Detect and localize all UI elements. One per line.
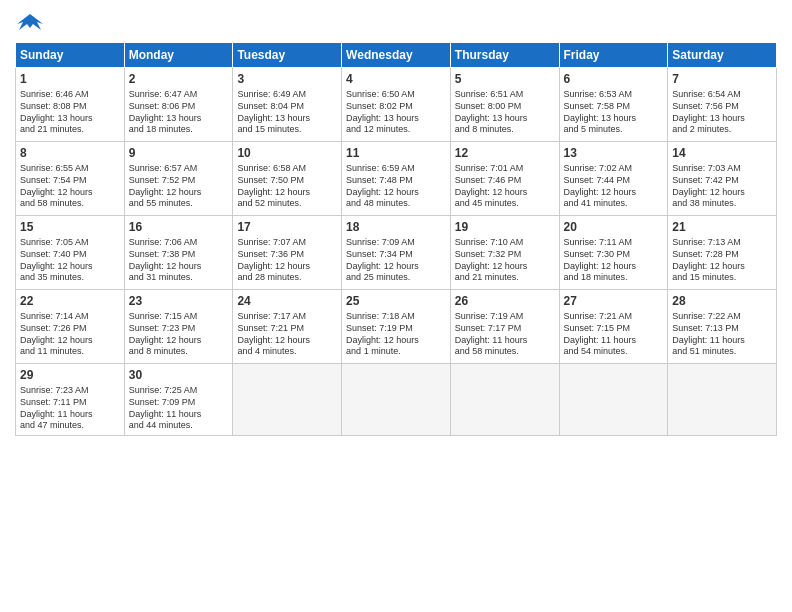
calendar-cell: 9Sunrise: 6:57 AM Sunset: 7:52 PM Daylig… [124,142,233,216]
day-number: 4 [346,71,446,87]
calendar-cell: 20Sunrise: 7:11 AM Sunset: 7:30 PM Dayli… [559,216,668,290]
calendar-cell [559,364,668,436]
calendar-cell [342,364,451,436]
day-info: Sunrise: 7:01 AM Sunset: 7:46 PM Dayligh… [455,163,555,210]
day-number: 9 [129,145,229,161]
day-number: 1 [20,71,120,87]
day-info: Sunrise: 6:53 AM Sunset: 7:58 PM Dayligh… [564,89,664,136]
day-info: Sunrise: 6:54 AM Sunset: 7:56 PM Dayligh… [672,89,772,136]
day-info: Sunrise: 7:11 AM Sunset: 7:30 PM Dayligh… [564,237,664,284]
day-info: Sunrise: 7:17 AM Sunset: 7:21 PM Dayligh… [237,311,337,358]
day-info: Sunrise: 7:13 AM Sunset: 7:28 PM Dayligh… [672,237,772,284]
calendar-cell: 14Sunrise: 7:03 AM Sunset: 7:42 PM Dayli… [668,142,777,216]
day-info: Sunrise: 7:05 AM Sunset: 7:40 PM Dayligh… [20,237,120,284]
col-thursday: Thursday [450,43,559,68]
day-number: 18 [346,219,446,235]
day-number: 26 [455,293,555,309]
day-number: 17 [237,219,337,235]
day-info: Sunrise: 6:59 AM Sunset: 7:48 PM Dayligh… [346,163,446,210]
day-info: Sunrise: 6:50 AM Sunset: 8:02 PM Dayligh… [346,89,446,136]
calendar-cell: 15Sunrise: 7:05 AM Sunset: 7:40 PM Dayli… [16,216,125,290]
day-number: 24 [237,293,337,309]
calendar-cell: 25Sunrise: 7:18 AM Sunset: 7:19 PM Dayli… [342,290,451,364]
day-number: 14 [672,145,772,161]
day-number: 7 [672,71,772,87]
calendar-cell: 18Sunrise: 7:09 AM Sunset: 7:34 PM Dayli… [342,216,451,290]
day-number: 30 [129,367,229,383]
day-info: Sunrise: 7:14 AM Sunset: 7:26 PM Dayligh… [20,311,120,358]
col-tuesday: Tuesday [233,43,342,68]
day-number: 5 [455,71,555,87]
svg-marker-0 [17,14,43,30]
calendar-cell: 5Sunrise: 6:51 AM Sunset: 8:00 PM Daylig… [450,68,559,142]
calendar-cell: 16Sunrise: 7:06 AM Sunset: 7:38 PM Dayli… [124,216,233,290]
day-number: 3 [237,71,337,87]
logo-icon [15,10,45,34]
day-info: Sunrise: 7:02 AM Sunset: 7:44 PM Dayligh… [564,163,664,210]
calendar-cell: 7Sunrise: 6:54 AM Sunset: 7:56 PM Daylig… [668,68,777,142]
calendar-cell: 2Sunrise: 6:47 AM Sunset: 8:06 PM Daylig… [124,68,233,142]
day-number: 29 [20,367,120,383]
day-info: Sunrise: 7:09 AM Sunset: 7:34 PM Dayligh… [346,237,446,284]
logo [15,10,49,34]
header [15,10,777,34]
calendar-cell: 17Sunrise: 7:07 AM Sunset: 7:36 PM Dayli… [233,216,342,290]
day-number: 2 [129,71,229,87]
day-info: Sunrise: 6:57 AM Sunset: 7:52 PM Dayligh… [129,163,229,210]
calendar-cell: 13Sunrise: 7:02 AM Sunset: 7:44 PM Dayli… [559,142,668,216]
page: Sunday Monday Tuesday Wednesday Thursday… [0,0,792,612]
calendar-cell: 8Sunrise: 6:55 AM Sunset: 7:54 PM Daylig… [16,142,125,216]
calendar-cell: 4Sunrise: 6:50 AM Sunset: 8:02 PM Daylig… [342,68,451,142]
calendar-cell: 22Sunrise: 7:14 AM Sunset: 7:26 PM Dayli… [16,290,125,364]
day-number: 13 [564,145,664,161]
day-info: Sunrise: 6:55 AM Sunset: 7:54 PM Dayligh… [20,163,120,210]
calendar-cell: 27Sunrise: 7:21 AM Sunset: 7:15 PM Dayli… [559,290,668,364]
col-monday: Monday [124,43,233,68]
day-number: 16 [129,219,229,235]
calendar-header-row: Sunday Monday Tuesday Wednesday Thursday… [16,43,777,68]
calendar-cell [450,364,559,436]
calendar-cell [668,364,777,436]
calendar-cell: 11Sunrise: 6:59 AM Sunset: 7:48 PM Dayli… [342,142,451,216]
calendar-cell: 12Sunrise: 7:01 AM Sunset: 7:46 PM Dayli… [450,142,559,216]
calendar-cell: 19Sunrise: 7:10 AM Sunset: 7:32 PM Dayli… [450,216,559,290]
calendar-cell: 24Sunrise: 7:17 AM Sunset: 7:21 PM Dayli… [233,290,342,364]
day-info: Sunrise: 6:58 AM Sunset: 7:50 PM Dayligh… [237,163,337,210]
day-number: 11 [346,145,446,161]
day-info: Sunrise: 7:06 AM Sunset: 7:38 PM Dayligh… [129,237,229,284]
calendar-table: Sunday Monday Tuesday Wednesday Thursday… [15,42,777,436]
calendar-cell [233,364,342,436]
calendar-cell: 23Sunrise: 7:15 AM Sunset: 7:23 PM Dayli… [124,290,233,364]
day-info: Sunrise: 7:18 AM Sunset: 7:19 PM Dayligh… [346,311,446,358]
day-info: Sunrise: 7:21 AM Sunset: 7:15 PM Dayligh… [564,311,664,358]
calendar-cell: 28Sunrise: 7:22 AM Sunset: 7:13 PM Dayli… [668,290,777,364]
day-number: 28 [672,293,772,309]
calendar-cell: 30Sunrise: 7:25 AM Sunset: 7:09 PM Dayli… [124,364,233,436]
calendar-cell: 10Sunrise: 6:58 AM Sunset: 7:50 PM Dayli… [233,142,342,216]
day-info: Sunrise: 7:15 AM Sunset: 7:23 PM Dayligh… [129,311,229,358]
day-info: Sunrise: 6:49 AM Sunset: 8:04 PM Dayligh… [237,89,337,136]
day-info: Sunrise: 6:47 AM Sunset: 8:06 PM Dayligh… [129,89,229,136]
day-info: Sunrise: 7:10 AM Sunset: 7:32 PM Dayligh… [455,237,555,284]
day-number: 15 [20,219,120,235]
col-saturday: Saturday [668,43,777,68]
day-info: Sunrise: 7:03 AM Sunset: 7:42 PM Dayligh… [672,163,772,210]
col-wednesday: Wednesday [342,43,451,68]
day-number: 22 [20,293,120,309]
day-info: Sunrise: 7:22 AM Sunset: 7:13 PM Dayligh… [672,311,772,358]
calendar-cell: 26Sunrise: 7:19 AM Sunset: 7:17 PM Dayli… [450,290,559,364]
calendar-cell: 21Sunrise: 7:13 AM Sunset: 7:28 PM Dayli… [668,216,777,290]
day-number: 10 [237,145,337,161]
day-number: 6 [564,71,664,87]
calendar-cell: 6Sunrise: 6:53 AM Sunset: 7:58 PM Daylig… [559,68,668,142]
day-info: Sunrise: 7:23 AM Sunset: 7:11 PM Dayligh… [20,385,120,432]
day-info: Sunrise: 6:46 AM Sunset: 8:08 PM Dayligh… [20,89,120,136]
calendar-cell: 1Sunrise: 6:46 AM Sunset: 8:08 PM Daylig… [16,68,125,142]
day-number: 27 [564,293,664,309]
day-number: 23 [129,293,229,309]
col-friday: Friday [559,43,668,68]
day-number: 25 [346,293,446,309]
day-number: 12 [455,145,555,161]
day-info: Sunrise: 7:07 AM Sunset: 7:36 PM Dayligh… [237,237,337,284]
day-info: Sunrise: 6:51 AM Sunset: 8:00 PM Dayligh… [455,89,555,136]
